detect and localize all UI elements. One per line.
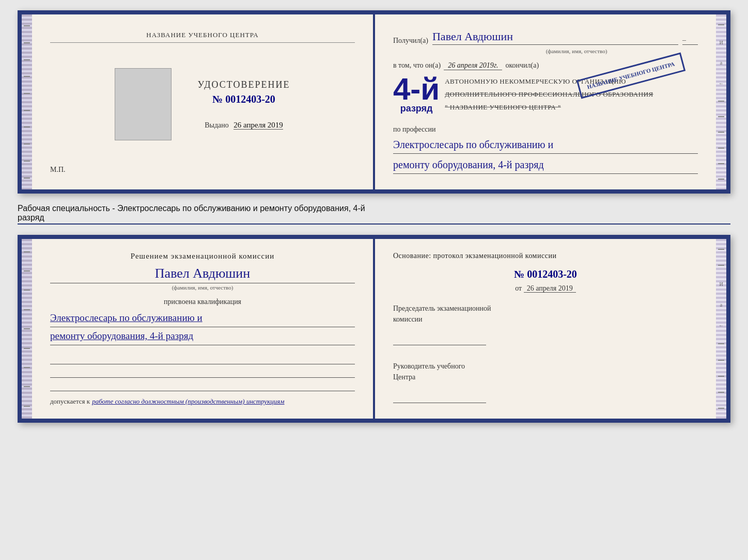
- received-line: Получил(а) Павел Авдюшин –: [393, 30, 698, 45]
- issued-line: Выдано 26 апреля 2019: [197, 121, 290, 130]
- sig-line-2: [50, 366, 355, 378]
- profession-line2: ремонту оборудования, 4-й разряд: [393, 156, 698, 174]
- rukovoditel-block: Руководитель учебного Центра: [393, 361, 698, 403]
- mp-label: М.П.: [50, 166, 66, 174]
- bottom-person-name: Павел Авдюшин: [50, 266, 355, 283]
- org-line1: АВТОНОМНУЮ НЕКОММЕРЧЕСКУЮ ОРГАНИЗАЦИЮ: [445, 75, 653, 88]
- razryad-number: 4-й: [393, 75, 440, 103]
- org-line3: " НАЗВАНИЕ УЧЕБНОГО ЦЕНТРА ": [445, 101, 653, 114]
- top-booklet-left-page: НАЗВАНИЕ УЧЕБНОГО ЦЕНТРА УДОСТОВЕРЕНИЕ №…: [32, 14, 375, 189]
- ot-date-value: 26 апреля 2019: [524, 284, 576, 293]
- top-booklet-right-page: Получил(а) Павел Авдюшин – (фамилия, имя…: [375, 14, 716, 189]
- bottom-right-outer-spine: И а ←: [716, 239, 726, 419]
- sig-line-3: [50, 380, 355, 391]
- osnovanie-title: Основание: протокол экзаменационной коми…: [393, 252, 698, 260]
- bottom-fio-label: (фамилия, имя, отчество): [50, 284, 355, 291]
- predsedatel-sig-line: [393, 335, 486, 345]
- qual-line1: Электрослесарь по обслуживанию и: [50, 309, 355, 327]
- dopuskaetsya-block: допускается к работе согласно должностны…: [50, 397, 355, 406]
- rukovoditel-sig-line: [393, 393, 486, 403]
- decision-title: Решением экзаменационной комиссии: [50, 252, 355, 261]
- cert-info: УДОСТОВЕРЕНИЕ № 0012403-20 Выдано 26 апр…: [197, 79, 290, 130]
- specialty-line2: разряд: [18, 213, 730, 225]
- fio-label-top: (фамилия, имя, отчество): [455, 48, 698, 54]
- vtom-date: 26 апреля 2019г.: [444, 61, 502, 70]
- cert-title-label: УДОСТОВЕРЕНИЕ: [197, 79, 290, 90]
- ot-date: от 26 апреля 2019: [393, 284, 698, 293]
- bottom-booklet: Решением экзаменационной комиссии Павел …: [18, 235, 730, 423]
- po-professii-label: по профессии: [393, 125, 698, 134]
- org-line2: ДОПОЛНИТЕЛЬНОГО ПРОФЕССИОНАЛЬНОГО ОБРАЗО…: [445, 88, 653, 101]
- rukovoditel-label: Руководитель учебного: [393, 362, 465, 370]
- bottom-booklet-left-page: Решением экзаменационной комиссии Павел …: [32, 239, 375, 419]
- vtom-row: в том, что он(а) 26 апреля 2019г. окончи…: [393, 61, 698, 70]
- recipient-name: Павел Авдюшин: [432, 30, 678, 45]
- issued-label: Выдано: [205, 121, 229, 129]
- razryad-word: разряд: [400, 103, 433, 114]
- dopuskaetsya-label: допускается к: [50, 397, 90, 406]
- razryad-org-block: 4-й разряд АВТОНОМНУЮ НЕКОММЕРЧЕСКУЮ ОРГ…: [393, 75, 698, 114]
- bottom-left-outer-spine: [22, 239, 32, 419]
- predsedatel-label2: комиссии: [393, 315, 423, 323]
- received-label: Получил(а): [393, 37, 428, 45]
- dopuskaetsya-value: работе согласно должностным (производств…: [92, 397, 284, 406]
- top-booklet: НАЗВАНИЕ УЧЕБНОГО ЦЕНТРА УДОСТОВЕРЕНИЕ №…: [18, 10, 730, 194]
- okonchil-label: окончил(а): [505, 61, 539, 70]
- protocol-number: № 0012403-20: [393, 268, 698, 280]
- specialty-line1: Рабочая специальность - Электрослесарь п…: [18, 204, 730, 213]
- rukovoditel-title: Руководитель учебного Центра: [393, 361, 698, 382]
- left-outer-spine: [22, 14, 32, 189]
- vtom-label: в том, что он(а): [393, 61, 441, 70]
- predsedatel-title: Председатель экзаменационной комиссии: [393, 303, 698, 325]
- sig-line-1: [50, 353, 355, 364]
- cert-number: № 0012403-20: [197, 93, 290, 105]
- bottom-booklet-right-page: Основание: протокол экзаменационной коми…: [375, 239, 716, 419]
- prisvoena-label: присвоена квалификация: [50, 298, 355, 306]
- specialty-text-block: Рабочая специальность - Электрослесарь п…: [18, 204, 730, 225]
- ot-label: от: [515, 284, 522, 292]
- predsedatel-block: Председатель экзаменационной комиссии: [393, 303, 698, 345]
- org-name-top: НАЗВАНИЕ УЧЕБНОГО ЦЕНТРА: [146, 31, 258, 39]
- profession-line1: Электрослесарь по обслуживанию и: [393, 136, 698, 154]
- predsedatel-label: Председатель экзаменационной: [393, 305, 491, 312]
- po-professii-block: по профессии Электрослесарь по обслужива…: [393, 125, 698, 174]
- qual-line2: ремонту оборудования, 4-й разряд: [50, 327, 355, 345]
- issued-date: 26 апреля 2019: [233, 121, 283, 130]
- razryad-badge: 4-й разряд: [393, 75, 440, 114]
- signature-lines: [50, 353, 355, 391]
- photo-placeholder: [115, 68, 172, 140]
- left-main-content: УДОСТОВЕРЕНИЕ № 0012403-20 Выдано 26 апр…: [50, 68, 355, 140]
- rukovoditel-label2: Центра: [393, 373, 415, 381]
- right-outer-spine: И а ←: [716, 14, 726, 189]
- org-block: АВТОНОМНУЮ НЕКОММЕРЧЕСКУЮ ОРГАНИЗАЦИЮ ДО…: [445, 75, 653, 114]
